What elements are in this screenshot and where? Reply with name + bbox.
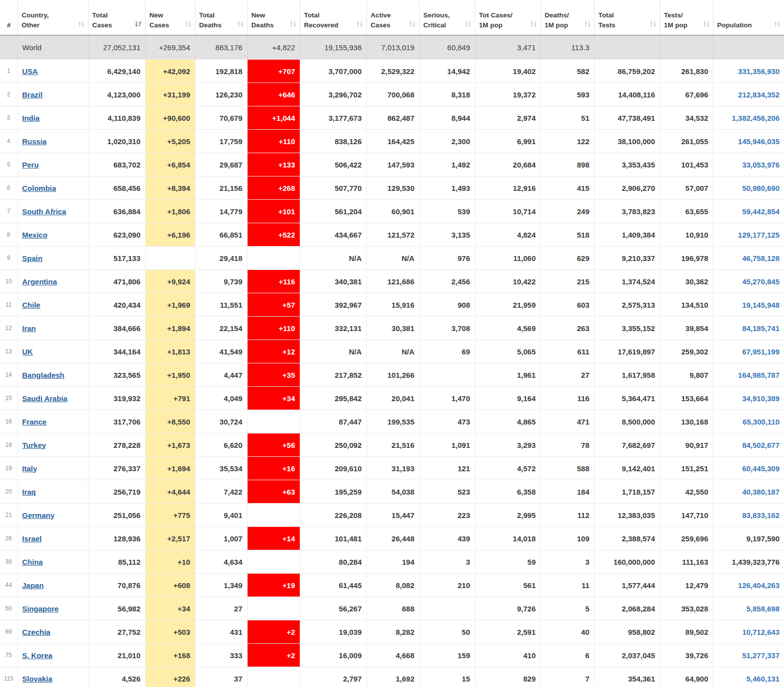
column-header-country[interactable]: Country, Other [17, 0, 88, 35]
population-link[interactable]: 65,300,110 [743, 418, 780, 426]
population-link[interactable]: 67,951,199 [742, 347, 780, 356]
row-rank: 7 [0, 200, 17, 223]
sort-toggle-icon[interactable] [185, 20, 191, 29]
country-link[interactable]: Chile [22, 301, 41, 309]
deaths-1m-cell: 112 [540, 504, 594, 527]
population-link[interactable]: 10,712,643 [742, 628, 780, 636]
population-link[interactable]: 84,502,677 [742, 441, 780, 449]
sort-toggle-icon[interactable] [530, 20, 537, 29]
population-link[interactable]: 40,380,187 [742, 488, 780, 496]
country-link[interactable]: Brazil [22, 90, 43, 99]
total-recovered-cell: 61,445 [300, 574, 366, 597]
tests-1m-cell: 39,854 [660, 317, 713, 340]
sort-toggle-icon[interactable] [290, 20, 296, 29]
population-link[interactable]: 51,277,337 [742, 651, 780, 660]
country-link[interactable]: Czechia [22, 628, 51, 636]
cases-1m-cell: 2,591 [475, 620, 540, 644]
cases-1m-cell: 9,164 [475, 387, 540, 410]
country-cell: Iran [17, 317, 88, 340]
country-link[interactable]: Singapore [22, 604, 59, 613]
population-link[interactable]: 46,758,128 [742, 254, 780, 262]
column-header-active_cases[interactable]: Active Cases [366, 0, 419, 35]
population-link[interactable]: 1,382,456,206 [732, 114, 780, 122]
sort-toggle-icon[interactable] [237, 20, 244, 29]
sort-toggle-icon[interactable] [465, 20, 471, 29]
population-link[interactable]: 164,985,787 [738, 371, 780, 379]
total-recovered-cell: 506,422 [300, 153, 366, 176]
country-link[interactable]: Italy [22, 464, 37, 473]
sort-toggle-icon[interactable] [356, 20, 363, 29]
country-link[interactable]: Peru [22, 161, 39, 169]
sort-toggle-icon[interactable] [78, 20, 85, 29]
column-header-total_recovered[interactable]: Total Recovered [300, 0, 366, 35]
sort-toggle-icon[interactable] [650, 20, 656, 29]
total-tests-cell: 1,374,524 [594, 270, 660, 293]
country-link[interactable]: China [22, 558, 43, 566]
population-link[interactable]: 33,053,976 [742, 161, 780, 169]
population-link[interactable]: 60,445,309 [742, 464, 780, 473]
new-cases-cell: +503 [145, 620, 195, 644]
population-link[interactable]: 145,946,035 [738, 137, 780, 146]
row-rank: 2 [0, 83, 17, 106]
country-link[interactable]: Germany [22, 511, 55, 519]
deaths-1m-cell: 51 [540, 106, 594, 130]
country-link[interactable]: Israel [22, 534, 42, 543]
country-link[interactable]: USA [22, 67, 38, 76]
country-link[interactable]: S. Korea [22, 651, 53, 660]
population-link[interactable]: 5,460,131 [746, 675, 780, 683]
new-cases-cell: +1,969 [145, 293, 195, 317]
population-link[interactable]: 129,177,125 [738, 231, 780, 239]
sort-toggle-icon[interactable] [703, 20, 709, 29]
row-rank: 10 [0, 270, 17, 293]
country-link[interactable]: Colombia [22, 184, 56, 192]
population-link[interactable]: 34,910,389 [742, 394, 780, 403]
country-cell: Russia [17, 130, 88, 153]
country-link[interactable]: Slovakia [22, 675, 53, 683]
column-header-deaths_1m[interactable]: Deaths/ 1M pop [540, 0, 594, 35]
serious-critical-cell: 523 [419, 480, 475, 504]
country-link[interactable]: Bangladesh [22, 371, 65, 379]
country-link[interactable]: South Africa [22, 207, 67, 216]
population-link[interactable]: 126,404,263 [738, 581, 780, 590]
country-link[interactable]: Spain [22, 254, 43, 262]
column-header-new_cases[interactable]: New Cases [145, 0, 195, 35]
country-link[interactable]: Saudi Arabia [22, 394, 68, 403]
total-tests-cell: 9,142,401 [594, 457, 660, 480]
column-header-total_tests[interactable]: Total Tests [594, 0, 660, 35]
country-link[interactable]: Argentina [22, 277, 57, 286]
column-header-cases_1m[interactable]: Tot Cases/ 1M pop [475, 0, 540, 35]
population-link[interactable]: 84,185,741 [742, 324, 780, 333]
country-link[interactable]: Mexico [22, 231, 48, 239]
population-link[interactable]: 331,356,930 [738, 67, 780, 76]
population-link[interactable]: 45,270,845 [742, 277, 780, 286]
column-header-new_deaths[interactable]: New Deaths [247, 0, 300, 35]
country-link[interactable]: Japan [22, 581, 44, 590]
sort-toggle-icon[interactable] [409, 20, 416, 29]
active-cases-cell: 147,593 [366, 153, 419, 176]
country-link[interactable]: India [22, 114, 40, 122]
population-link[interactable]: 212,834,352 [738, 90, 780, 99]
column-header-tests_1m[interactable]: Tests/ 1M pop [660, 0, 713, 35]
country-link[interactable]: Turkey [22, 441, 46, 449]
country-row-japan: 44Japan70,876+6081,349+1961,4458,0822105… [0, 574, 784, 597]
sort-descending-active-icon[interactable] [135, 20, 142, 29]
population-link[interactable]: 83,833,162 [742, 511, 780, 519]
country-link[interactable]: France [22, 418, 47, 426]
country-link[interactable]: Iraq [22, 488, 36, 496]
country-link[interactable]: Russia [22, 137, 47, 146]
population-link[interactable]: 59,442,854 [742, 207, 780, 216]
sort-toggle-icon[interactable] [774, 20, 781, 29]
sort-toggle-icon[interactable] [584, 20, 591, 29]
column-header-serious_critical[interactable]: Serious, Critical [419, 0, 475, 35]
population-link[interactable]: 5,858,698 [746, 604, 780, 613]
new-deaths-cell: +522 [247, 223, 300, 247]
total-cases-cell: 4,123,000 [88, 83, 145, 106]
column-header-total_deaths[interactable]: Total Deaths [195, 0, 247, 35]
population-link[interactable]: 50,980,690 [742, 184, 780, 192]
population-link[interactable]: 19,145,948 [742, 301, 780, 309]
world-total-cases: 27,052,131 [88, 35, 145, 60]
country-link[interactable]: Iran [22, 324, 36, 333]
column-header-population[interactable]: Population [713, 0, 784, 35]
column-header-total_cases[interactable]: Total Cases [88, 0, 145, 35]
country-link[interactable]: UK [22, 347, 33, 356]
